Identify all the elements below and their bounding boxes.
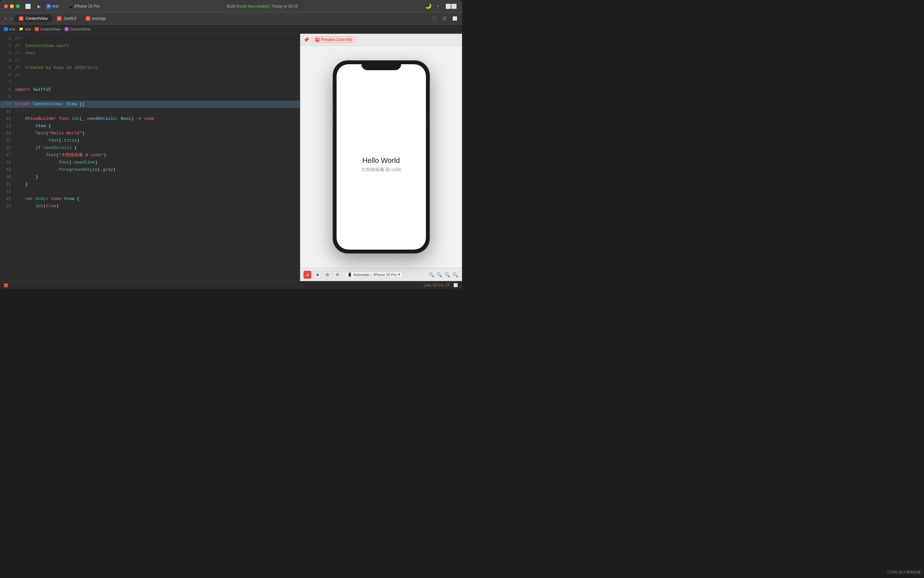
record-button[interactable]: ● [303,271,311,279]
preview-badge: 🖼 Preview (Line 56) [312,36,355,43]
iphone-notch [361,61,401,70]
hello-world-text: Hello World [362,156,400,165]
code-line-21: 21 } [0,181,300,188]
code-line-2: 2 // ContentView.swift [0,42,300,50]
code-line-1: 1 // [0,35,300,42]
iphone-vol-up [333,101,334,112]
traffic-lights [4,4,20,8]
titlebar: ⬜ ▶ ⚡ test › 📱 iPhone 15 Pro Build Build… [0,0,462,13]
build-status: Build Build Succeeded | Today at 09:25 [227,4,298,9]
sidebar-toggle-button[interactable]: ⬜ [24,3,32,10]
bc-sep-2: › [32,27,33,31]
forward-button[interactable]: › [8,14,14,23]
code-line-12: 12 @ViewBuilder func lot(_ needDetails: … [0,115,300,122]
iphone-screen: Hello World 大熊猫侯佩 @ csdn [337,64,426,250]
bc-struct-icon: S [65,27,68,31]
device-selector-label: Automatic – iPhone 15 Pro [353,273,397,277]
split-view-button[interactable]: ⬜⬜ [444,3,458,10]
minimize-button[interactable] [10,4,14,8]
error-indicator [4,283,8,287]
statusbar-right: Line: 10 Col: 27 ⬜ [424,283,458,287]
bc-item-1[interactable]: test [4,27,15,31]
maximize-button[interactable] [16,4,20,8]
titlebar-right: 🌙 ＋ ⬜⬜ [425,3,458,10]
tab-testapp[interactable]: S testApp [81,15,110,22]
tab-contentview[interactable]: S ContentView [14,15,53,22]
iphone-vol-down [333,115,334,127]
grid-button[interactable]: ⊞ [323,271,331,279]
preview-bottombar: ● ■ ⊞ ⚙ 📱 Automatic – iPhone 15 Pro ▾ 🔍 … [300,268,462,281]
tab-layout-btn-3[interactable]: ⬜ [451,15,459,22]
device-name: 📱 iPhone 15 Pro [68,4,100,9]
code-line-9: 9 [0,93,300,101]
preview-badge-icon: 🖼 [315,38,319,42]
separator-1: › [63,4,64,9]
tab-layout-btn-1[interactable]: ⬛ [430,15,439,22]
statusbar: Line: 10 Col: 27 ⬜ [0,281,462,289]
code-line-5: 5 // Created by hopy on 2023/11/1. [0,64,300,71]
preview-subtitle: 大熊猫侯佩 @ csdn [361,167,402,173]
bc-item-2[interactable]: 📁 test [19,27,31,31]
zoom-in-button[interactable]: 🔍 [428,271,435,278]
swift-icon-1: S [57,16,62,21]
bc-sep-3: › [62,27,63,31]
build-status-area: Build Build Succeeded | Today at 09:25 [104,4,421,9]
play-button[interactable]: ▶ [37,4,41,9]
back-button[interactable]: ‹ [3,14,8,23]
main-content: 1 // 2 // ContentView.swift 3 // test 4 … [0,34,462,281]
swift-icon-0: S [19,16,23,21]
tabbar: ‹ › S ContentView S SwiftUI S testApp ⬛ … [0,13,462,24]
device-selector-chevron: ▾ [398,273,400,277]
code-line-6: 6 // [0,71,300,79]
main-window: ⬜ ▶ ⚡ test › 📱 iPhone 15 Pro Build Build… [0,0,462,289]
code-line-10: 10 struct ContentView: View {| [0,101,300,108]
device-selector[interactable]: 📱 Automatic – iPhone 15 Pro ▾ [345,271,403,278]
tab-layout-btn-2[interactable]: ☰ [441,15,448,22]
preview-area: Hello World 大熊猫侯佩 @ csdn [300,46,462,268]
code-editor[interactable]: 1 // 2 // ContentView.swift 3 // test 4 … [0,34,300,281]
code-line-8: 8 import SwiftUI [0,86,300,93]
zoom-fit-button[interactable]: 🔍 [436,271,443,278]
code-line-19: 19 .foregroundStyle(.gray) [0,166,300,174]
pin-button[interactable]: 📌 [303,37,309,42]
bc-item-4[interactable]: S ContentView [65,27,90,31]
tabbar-right: ⬛ ☰ ⬜ [430,15,459,22]
inspect-button[interactable]: ⚙ [333,271,341,279]
zoom-reset-button[interactable]: 🔍 [451,271,459,278]
code-line-22: 22 [0,188,300,195]
iphone-shell: Hello World 大熊猫侯佩 @ csdn [333,61,429,253]
swift-icon-2: S [86,16,90,21]
bc-folder-icon: 📁 [19,27,23,31]
add-tab-button[interactable]: ＋ [434,3,441,10]
breadcrumb: test › 📁 test › ContentView › S ContentV… [0,24,462,34]
stop-button[interactable]: ■ [313,271,321,279]
build-status-text: Build Succeeded [237,4,269,9]
code-line-14: 14 Text("Hello World") [0,130,300,137]
code-line-15: 15 .font(.title) [0,137,300,144]
code-line-20: 20 } [0,174,300,181]
xcode-icon: ⚡ [46,4,51,9]
zoom-controls: 🔍 🔍 🔍 🔍 [428,271,459,278]
code-line-3: 3 // test [0,50,300,57]
project-name: test [52,4,58,9]
layout-icon: ⬜ [453,283,458,287]
preview-badge-label: Preview (Line 56) [321,37,352,42]
code-line-17: 17 Text("大熊猫侯佩 @ csdn") [0,152,300,159]
code-line-4: 4 // [0,57,300,64]
code-line-24: 24 lot(true) [0,203,300,210]
zoom-out-button[interactable]: 🔍 [444,271,451,278]
code-line-16: 16 if needDetails { [0,144,300,152]
bc-swift-icon [35,27,39,31]
bc-sep-1: › [16,27,18,31]
code-line-7: 7 [0,79,300,86]
line-col-indicator: Line: 10 Col: 27 [424,283,449,287]
preview-panel: 📌 🖼 Preview (Line 56) Hello World 大熊猫 [300,34,462,281]
close-button[interactable] [4,4,8,8]
iphone-side-btn [429,107,429,124]
code-line-11: 11 [0,108,300,115]
bc-item-3[interactable]: ContentView [35,27,60,31]
preview-toolbar: 📌 🖼 Preview (Line 56) [300,34,462,46]
tab-swiftui[interactable]: S SwiftUI [52,15,81,22]
bc-xcode-icon [4,27,8,31]
moon-icon: 🌙 [425,3,431,10]
